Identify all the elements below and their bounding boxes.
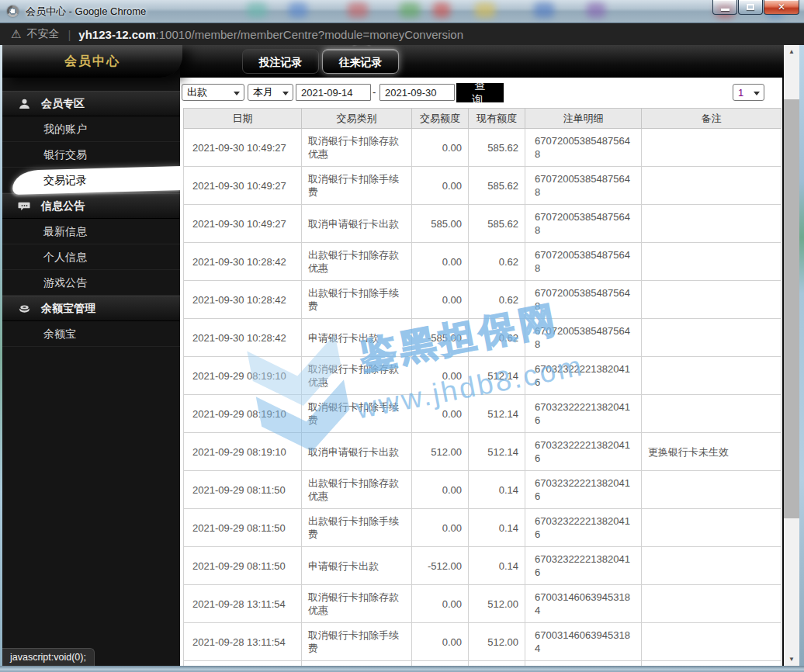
period-value: 本月: [253, 85, 273, 99]
cell-balance: 585.62: [469, 205, 525, 243]
sidebar-section-label: 会员专区: [41, 97, 85, 111]
tab-betting-records[interactable]: 投注记录: [242, 49, 319, 74]
sidebar-header-member-centre: 会员中心: [2, 45, 182, 78]
cell-remark: 更换银行卡未生效: [642, 433, 781, 471]
table-row: 2021-09-29 08:19:10 取消申请银行卡出款 512.00 512…: [184, 433, 781, 471]
cell-amount: 0.00: [412, 129, 469, 167]
maximize-button[interactable]: [738, 0, 763, 15]
cell-balance: 585.62: [469, 167, 525, 205]
sidebar-item-game-announcement[interactable]: 游戏公告: [2, 270, 180, 296]
cell-date: 2021-09-30 10:49:27: [184, 167, 302, 205]
sidebar-item-yuebao[interactable]: 余额宝: [2, 321, 180, 347]
cell-date: 2021-09-30 10:49:27: [184, 205, 302, 243]
page-select[interactable]: 1: [733, 84, 764, 101]
cell-date: 2021-09-30 10:28:42: [184, 281, 302, 319]
cell-remark: [642, 585, 781, 623]
sidebar-item-latest-info[interactable]: 最新信息: [2, 219, 180, 244]
address-bar[interactable]: ⚠ 不安全 | yh123-12.com :10010/member/membe…: [0, 23, 804, 45]
cell-date: 2021-09-29 08:19:10: [184, 433, 302, 471]
cell-type: 出款银行卡扣除手续费: [302, 509, 412, 547]
sidebar-item-label: 游戏公告: [43, 276, 87, 289]
chat-icon: [18, 200, 31, 213]
sidebar-item-bank-transaction[interactable]: 银行交易: [2, 142, 180, 168]
cell-date: 2021-09-28 13:11:54: [184, 661, 302, 667]
page-value: 1: [738, 87, 743, 99]
table-row: 2021-09-28 13:11:54 取消银行卡扣除存款优惠 0.00 512…: [184, 585, 781, 623]
cell-order-detail: 670031460639453184: [525, 661, 642, 667]
url-host: yh123-12.com: [78, 28, 155, 41]
cell-balance: 512.00: [469, 661, 525, 667]
sidebar-item-my-account[interactable]: 我的账户: [2, 116, 180, 142]
minimize-button[interactable]: [712, 0, 737, 15]
cell-order-detail: 670720053854875648: [525, 129, 642, 167]
cell-date: 2021-09-28 13:11:54: [184, 623, 302, 661]
sidebar-section-member-zone[interactable]: 会员专区: [2, 91, 180, 116]
period-select[interactable]: 本月: [248, 84, 293, 101]
window-border-bottom: [0, 666, 804, 672]
cell-remark: [642, 357, 781, 395]
table-body: 2021-09-30 10:49:27 取消银行卡扣除存款优惠 0.00 585…: [184, 129, 781, 667]
cell-remark: [642, 623, 781, 661]
date-range-separator: -: [373, 86, 376, 98]
cell-amount: -585.00: [412, 319, 469, 357]
cell-balance: 0.62: [469, 243, 525, 281]
cell-type: 取消银行卡扣除存款优惠: [302, 357, 412, 395]
cell-type: 取消银行卡扣除手续费: [302, 395, 412, 433]
close-button[interactable]: ✕: [764, 0, 799, 15]
cell-date: 2021-09-30 10:28:42: [184, 243, 302, 281]
scroll-up-button[interactable]: ▲: [784, 45, 799, 58]
cell-order-detail: 670323222213820416: [525, 471, 642, 509]
table-header-row: 日期 交易类别 交易额度 现有额度 注单明细 备注: [184, 109, 781, 129]
cell-date: 2021-09-29 08:11:50: [184, 471, 302, 509]
sidebar-section-yuebao-management[interactable]: 余额宝管理: [2, 296, 180, 321]
cell-order-detail: 670720053854875648: [525, 243, 642, 281]
window-titlebar[interactable]: 会员中心 - Google Chrome ✕: [0, 0, 804, 23]
top-tabs: 投注记录 往来记录: [242, 49, 399, 74]
date-to-input[interactable]: [379, 84, 455, 101]
table-row: 2021-09-30 10:49:27 取消申请银行卡出款 585.00 585…: [184, 205, 781, 243]
cell-remark: [642, 395, 781, 433]
cell-date: 2021-09-29 08:19:10: [184, 357, 302, 395]
cell-order-detail: 670720053854875648: [525, 319, 642, 357]
cell-type: 取消申请银行卡出款: [302, 205, 412, 243]
chevron-down-icon: [282, 92, 289, 95]
column-header-amount: 交易额度: [412, 109, 469, 129]
date-from-input[interactable]: [296, 84, 371, 101]
sidebar-section-info-announcement[interactable]: 信息公告: [2, 193, 180, 219]
page-scrollbar[interactable]: ▲ ▼: [784, 45, 799, 666]
maximize-icon: [747, 4, 754, 10]
cell-order-detail: 670323222213820416: [525, 433, 642, 471]
cell-order-detail: 670720053854875648: [525, 281, 642, 319]
table-row: 2021-09-30 10:49:27 取消银行卡扣除手续费 0.00 585.…: [184, 167, 781, 205]
column-header-remark: 备注: [642, 109, 781, 129]
scroll-down-button[interactable]: ▼: [784, 653, 799, 666]
url-separator: |: [68, 28, 71, 41]
sidebar-item-label: 余额宝: [43, 327, 76, 340]
table-row: 2021-09-30 10:28:42 出款银行卡扣除手续费 0.00 0.62…: [184, 281, 781, 319]
table-row: 2021-09-29 08:11:50 申请银行卡出款 -512.00 0.14…: [184, 547, 781, 585]
cell-amount: 0.00: [412, 585, 469, 623]
sidebar-nav: 会员专区 我的账户 银行交易 交易记录 信息公告 最新信息 个人信息 游戏公告 …: [2, 91, 180, 347]
cell-amount: -512.00: [412, 547, 469, 585]
status-link-preview: javascript:void(0);: [2, 648, 95, 666]
scrollbar-thumb[interactable]: [784, 99, 799, 518]
cell-balance: 512.14: [469, 395, 525, 433]
cell-type: 取消申请银行卡出款: [302, 661, 412, 667]
cell-balance: 512.00: [469, 585, 525, 623]
page-body: 会员专区 我的账户 银行交易 交易记录 信息公告 最新信息 个人信息 游戏公告 …: [2, 45, 799, 666]
cell-order-detail: 670720053854875648: [525, 205, 642, 243]
transaction-type-select[interactable]: 出款: [182, 84, 244, 101]
sidebar-item-transaction-records[interactable]: 交易记录: [2, 168, 180, 193]
records-table: 日期 交易类别 交易额度 现有额度 注单明细 备注 2021-09-30 10:…: [183, 108, 781, 666]
cell-amount: 512.00: [412, 661, 469, 667]
sidebar-item-personal-info[interactable]: 个人信息: [2, 244, 180, 270]
search-button[interactable]: 查询: [456, 83, 504, 102]
window-title: 会员中心 - Google Chrome: [26, 5, 146, 19]
cell-order-detail: 670720053854875648: [525, 167, 642, 205]
tab-transaction-records[interactable]: 往来记录: [322, 49, 399, 74]
cell-order-detail: 670323222213820416: [525, 395, 642, 433]
column-header-order-detail: 注单明细: [525, 109, 642, 129]
cell-type: 取消银行卡扣除手续费: [302, 167, 412, 205]
sidebar-section-label: 信息公告: [41, 199, 85, 213]
table-row: 2021-09-30 10:49:27 取消银行卡扣除存款优惠 0.00 585…: [184, 129, 781, 167]
